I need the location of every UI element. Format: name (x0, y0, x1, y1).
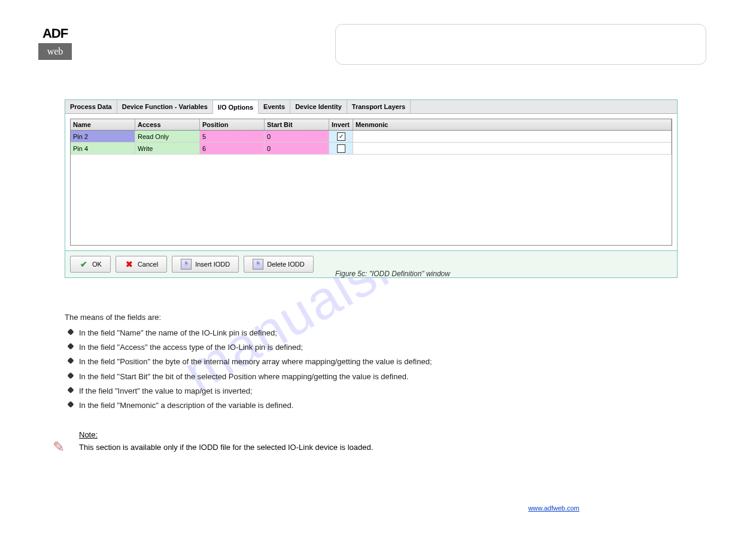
logo: ADF web (38, 24, 72, 60)
cell-mnemonic[interactable] (353, 131, 672, 142)
tab-device-identity[interactable]: Device Identity (290, 100, 347, 113)
cancel-button[interactable]: ✖ Cancel (116, 256, 167, 273)
body-text: The means of the fields are: In the fiel… (65, 312, 678, 414)
col-start-bit: Start Bit (265, 119, 329, 130)
grid-header: Name Access Position Start Bit Invert Me… (71, 119, 672, 131)
field-list: In the field "Name" the name of the IO-L… (65, 327, 678, 412)
cell-name[interactable]: Pin 2 (71, 131, 135, 142)
insert-label: Insert IODD (195, 261, 230, 268)
cell-position[interactable]: 6 (200, 143, 265, 154)
cell-start-bit[interactable]: 0 (265, 143, 329, 154)
x-icon: ✖ (125, 259, 134, 269)
tabstrip: Process Data Device Function - Variables… (65, 100, 677, 114)
pencil-icon: ✎ (53, 439, 71, 457)
figure-caption: Figure 5c: "IODD Definition" window (335, 270, 450, 278)
iodd-window: Process Data Device Function - Variables… (65, 99, 678, 278)
table-row[interactable]: Pin 4 Write 6 0 (71, 143, 672, 155)
logo-top: ADF (38, 24, 72, 43)
tab-device-function[interactable]: Device Function - Variables (117, 100, 213, 113)
cell-access[interactable]: Write (135, 143, 200, 154)
list-item: If the field "Invert" the value to map/g… (79, 385, 678, 397)
note-label: Note: (79, 430, 675, 439)
tab-transport-layers[interactable]: Transport Layers (347, 100, 411, 113)
col-invert: Invert (329, 119, 353, 130)
cell-invert[interactable] (329, 143, 353, 154)
intro-text: The means of the fields are: (65, 312, 678, 324)
tab-events[interactable]: Events (259, 100, 290, 113)
list-item: In the field "Start Bit" the bit of the … (79, 371, 678, 383)
checkbox-icon[interactable] (337, 144, 345, 153)
col-name: Name (71, 119, 135, 130)
logo-bottom: web (38, 43, 72, 60)
tab-io-options[interactable]: I/O Options (213, 101, 259, 114)
list-item: In the field "Name" the name of the IO-L… (79, 327, 678, 339)
list-item: In the field "Access" the access type of… (79, 341, 678, 353)
checkbox-icon[interactable]: ✓ (337, 132, 345, 141)
col-access: Access (135, 119, 200, 130)
check-icon: ✔ (79, 259, 89, 269)
iodd-icon: ⎘ (253, 259, 263, 270)
panel: Name Access Position Start Bit Invert Me… (65, 114, 677, 250)
note-block: ✎ Note: This section is available only i… (53, 430, 675, 454)
insert-iodd-button[interactable]: ⎘ Insert IODD (172, 256, 239, 273)
ok-label: OK (92, 261, 102, 268)
tab-process-data[interactable]: Process Data (65, 100, 117, 113)
table-row[interactable]: Pin 2 Read Only 5 0 ✓ (71, 131, 672, 143)
list-item: In the field "Position" the byte of the … (79, 356, 678, 368)
cancel-label: Cancel (138, 261, 158, 268)
cell-position[interactable]: 5 (200, 131, 265, 142)
ok-button[interactable]: ✔ OK (70, 256, 111, 273)
delete-label: Delete IODD (267, 261, 304, 268)
iodd-icon: ⎘ (181, 259, 192, 270)
col-position: Position (200, 119, 265, 130)
cell-invert[interactable]: ✓ (329, 131, 353, 142)
note-text: This section is available only if the IO… (79, 442, 675, 454)
delete-iodd-button[interactable]: ⎘ Delete IODD (244, 256, 313, 273)
list-item: In the field "Mnemonic" a description of… (79, 400, 678, 412)
website-link[interactable]: www.adfweb.com (528, 504, 579, 512)
cell-name[interactable]: Pin 4 (71, 143, 135, 154)
io-options-grid: Name Access Position Start Bit Invert Me… (70, 119, 672, 246)
col-mnemonic: Menmonic (353, 119, 672, 130)
cell-access[interactable]: Read Only (135, 131, 200, 142)
cell-start-bit[interactable]: 0 (265, 131, 329, 142)
header-box (335, 24, 706, 65)
cell-mnemonic[interactable] (353, 143, 672, 154)
